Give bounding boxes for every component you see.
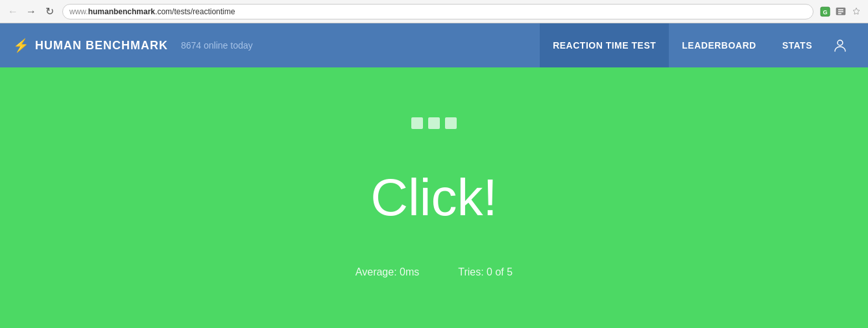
dot-1 (411, 117, 423, 129)
star-icon[interactable] (850, 5, 863, 18)
browser-nav-buttons: ← → ↻ (5, 4, 57, 19)
browser-extensions: G (819, 5, 863, 18)
dot-2 (428, 117, 440, 129)
extension-icon-1[interactable]: G (819, 5, 832, 18)
stats-bar: Average: 0ms Tries: 0 of 5 (356, 266, 512, 278)
forward-button[interactable]: → (23, 4, 39, 19)
brand-label: HUMAN BENCHMARK (35, 39, 168, 53)
reload-button[interactable]: ↻ (42, 4, 57, 19)
nav-reaction-time[interactable]: REACTION TIME TEST (540, 23, 669, 67)
navbar-brand: ⚡ HUMAN BENCHMARK (13, 38, 168, 53)
browser-chrome: ← → ↻ www.humanbenchmark.com/tests/react… (0, 0, 868, 23)
app-wrapper: ⚡ HUMAN BENCHMARK 8674 online today REAC… (0, 23, 868, 328)
navbar: ⚡ HUMAN BENCHMARK 8674 online today REAC… (0, 23, 868, 67)
nav-stats[interactable]: STATS (769, 23, 825, 67)
tries-stat: Tries: 0 of 5 (458, 266, 512, 278)
svg-text:G: G (823, 9, 827, 16)
url-domain: humanbenchmark (88, 7, 155, 16)
average-stat: Average: 0ms (356, 266, 419, 278)
address-bar[interactable]: www.humanbenchmark.com/tests/reactiontim… (62, 4, 814, 19)
back-button[interactable]: ← (5, 4, 21, 19)
user-icon[interactable] (825, 23, 855, 67)
url-protocol: www. (69, 7, 88, 16)
dots-indicator (411, 117, 457, 129)
svg-point-6 (838, 40, 843, 45)
click-label: Click! (370, 168, 498, 228)
online-count: 8674 online today (181, 40, 540, 51)
main-content[interactable]: Click! Average: 0ms Tries: 0 of 5 (0, 67, 868, 328)
nav-leaderboard[interactable]: LEADERBOARD (669, 23, 769, 67)
dot-3 (445, 117, 457, 129)
url-path: .com/tests/reactiontime (155, 7, 235, 16)
navbar-nav: REACTION TIME TEST LEADERBOARD STATS (540, 23, 855, 67)
bolt-icon: ⚡ (13, 38, 30, 53)
extension-icon-2[interactable] (834, 5, 847, 18)
